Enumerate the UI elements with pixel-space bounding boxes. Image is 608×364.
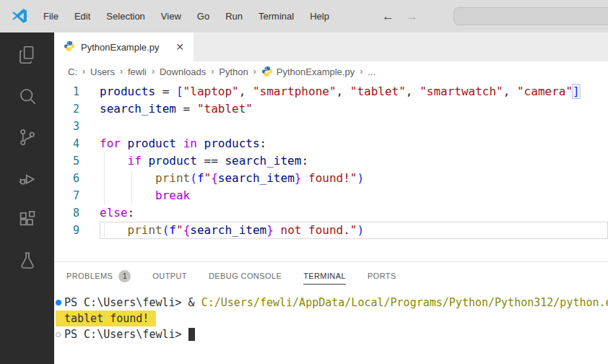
terminal-segment: C:/Users/fewli/AppData/Local/Programs/Py… xyxy=(201,296,608,309)
terminal-segment: PS C:\Users\fewli> & xyxy=(64,296,201,309)
chevron-right-icon: › xyxy=(79,66,89,77)
menu-go[interactable]: Go xyxy=(189,6,217,26)
panel-tab-terminal[interactable]: TERMINAL xyxy=(303,262,346,290)
bottom-panel: PROBLEMS1OUTPUTDEBUG CONSOLETERMINALPORT… xyxy=(54,261,608,364)
indent-guide xyxy=(104,152,105,170)
code-editor[interactable]: 1products = ["laptop", "smartphone", "ta… xyxy=(54,82,608,261)
code-token: products xyxy=(204,136,260,150)
line-number: 9 xyxy=(54,222,79,239)
code-token: ) xyxy=(357,223,364,237)
code-token xyxy=(100,171,155,185)
tab-bar: PythonExample.py ✕ xyxy=(54,32,608,61)
search-icon[interactable] xyxy=(15,84,40,108)
terminal-line: PS C:\Users\fewli> xyxy=(56,326,608,342)
python-icon xyxy=(64,40,75,52)
line-number: 5 xyxy=(54,152,79,170)
code-line[interactable]: 2search_item = "tablet" xyxy=(54,100,608,118)
code-line[interactable]: 6 print(f"{search_item} found!") xyxy=(54,170,608,187)
breadcrumb-file-label: PythonExample.py xyxy=(277,66,355,77)
code-line[interactable]: 3 xyxy=(54,118,608,135)
line-number: 2 xyxy=(54,100,79,118)
back-arrow-icon[interactable]: ← xyxy=(382,9,394,24)
title-bar: File Edit Selection View Go Run Terminal… xyxy=(0,0,608,32)
menu-run[interactable]: Run xyxy=(217,6,251,26)
code-line[interactable]: 4for product in products: xyxy=(54,135,608,152)
panel-tab-label: OUTPUT xyxy=(152,272,187,280)
code-token: for xyxy=(100,136,121,150)
menu-selection[interactable]: Selection xyxy=(98,6,152,26)
terminal-text: PS C:\Users\fewli> xyxy=(64,328,188,341)
tab-label: PythonExample.py xyxy=(81,42,168,53)
menu-terminal[interactable]: Terminal xyxy=(251,6,302,26)
line-number: 1 xyxy=(54,83,79,100)
code-token: "smartphone" xyxy=(253,84,336,98)
vscode-logo-icon xyxy=(10,7,28,25)
close-icon[interactable]: ✕ xyxy=(173,40,186,53)
code-text: products = ["laptop", "smartphone", "tab… xyxy=(100,83,608,100)
menu-view[interactable]: View xyxy=(153,6,189,26)
run-debug-icon[interactable] xyxy=(15,166,40,191)
code-token: = xyxy=(155,84,176,98)
command-decoration xyxy=(56,300,64,306)
extensions-icon[interactable] xyxy=(15,207,40,232)
menu-edit[interactable]: Edit xyxy=(66,6,98,26)
command-success-icon xyxy=(56,300,61,306)
code-token: else xyxy=(100,206,128,220)
code-line[interactable]: 9 print(f"{search_item} not found.") xyxy=(54,222,608,239)
forward-arrow-icon[interactable]: → xyxy=(406,9,418,24)
code-token: f xyxy=(169,223,176,237)
problems-count-badge: 1 xyxy=(118,270,131,282)
breadcrumb-overflow[interactable]: ... xyxy=(366,66,377,77)
code-token: print xyxy=(128,223,162,237)
code-token: ) xyxy=(357,171,364,185)
code-token: "laptop" xyxy=(183,84,239,98)
panel-tab-problems[interactable]: PROBLEMS1 xyxy=(66,262,131,290)
python-file-icon xyxy=(64,40,75,54)
panel-tab-output[interactable]: OUTPUT xyxy=(152,262,187,290)
indent-guide xyxy=(104,222,105,239)
breadcrumb-item[interactable]: fewli xyxy=(126,66,148,77)
source-control-icon[interactable] xyxy=(15,125,40,150)
breadcrumb-item[interactable]: Users xyxy=(89,66,116,77)
tab-pythonexample[interactable]: PythonExample.py ✕ xyxy=(54,32,194,61)
code-line[interactable]: 7 break xyxy=(54,187,608,204)
python-icon xyxy=(261,66,273,77)
code-token: product xyxy=(148,154,196,168)
command-center-search-input[interactable] xyxy=(453,7,608,25)
code-token: search_item xyxy=(100,102,176,116)
terminal-segment: tablet found! xyxy=(64,312,149,325)
breadcrumb-item-file[interactable]: PythonExample.py xyxy=(260,66,356,77)
code-token: in xyxy=(183,136,197,150)
explorer-icon[interactable] xyxy=(15,43,40,67)
menu-file[interactable]: File xyxy=(35,6,66,26)
terminal-line: PS C:\Users\fewli> & C:/Users/fewli/AppD… xyxy=(56,295,608,311)
panel-tab-bar: PROBLEMS1OUTPUTDEBUG CONSOLETERMINALPORT… xyxy=(54,262,608,290)
code-token: , xyxy=(406,84,420,98)
panel-tab-label: DEBUG CONSOLE xyxy=(209,272,282,280)
code-token: { xyxy=(183,223,191,237)
menu-help[interactable]: Help xyxy=(302,6,337,26)
code-token: "tablet" xyxy=(350,84,406,98)
panel-tab-debug-console[interactable]: DEBUG CONSOLE xyxy=(209,262,282,290)
breadcrumb-item[interactable]: Downloads xyxy=(158,66,207,77)
code-text: else: xyxy=(100,204,608,222)
terminal[interactable]: PS C:\Users\fewli> & C:/Users/fewli/AppD… xyxy=(54,290,608,364)
testing-icon[interactable] xyxy=(15,248,40,273)
menu-bar: File Edit Selection View Go Run Terminal… xyxy=(35,6,337,26)
code-token: " xyxy=(204,171,212,185)
breadcrumb-item[interactable]: C: xyxy=(66,66,79,77)
code-line[interactable]: 8else: xyxy=(54,204,608,222)
code-token: "camera" xyxy=(517,84,573,98)
code-line[interactable]: 1products = ["laptop", "smartphone", "ta… xyxy=(54,83,608,100)
code-token: ( xyxy=(190,171,197,185)
indent-guide xyxy=(104,187,105,204)
code-token: [ xyxy=(176,84,183,98)
code-line[interactable]: 5 if product == search_item: xyxy=(54,152,608,170)
code-token: break xyxy=(155,188,190,202)
indent-guide xyxy=(104,170,105,187)
code-text: for product in products: xyxy=(100,135,608,152)
code-token: = xyxy=(176,102,197,116)
panel-tab-ports[interactable]: PORTS xyxy=(368,262,396,290)
breadcrumb-item[interactable]: Python xyxy=(217,66,249,77)
code-token xyxy=(197,136,204,150)
